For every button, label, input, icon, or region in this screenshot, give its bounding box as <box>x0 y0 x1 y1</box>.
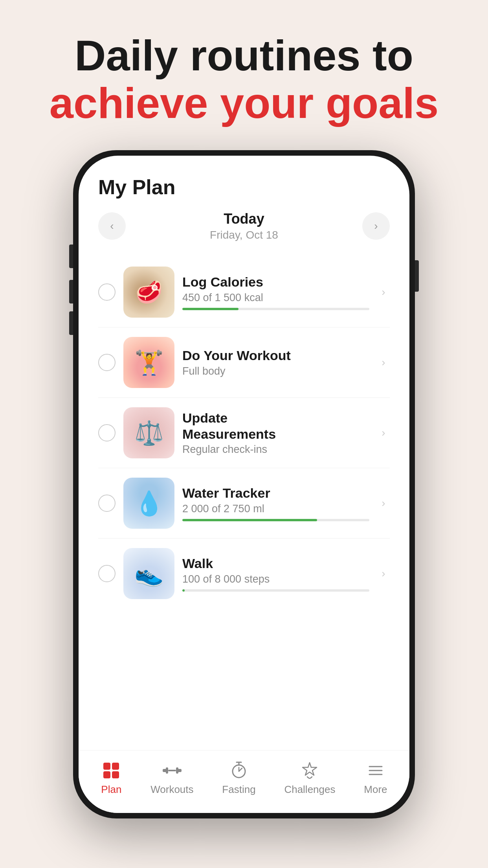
nav-label-fasting: Fasting <box>222 783 255 796</box>
task-arrow-workout: › <box>377 356 390 369</box>
nav-label-challenges: Challenges <box>284 783 335 796</box>
nav-item-workouts[interactable]: Workouts <box>150 760 193 796</box>
task-image-water: 💧 <box>123 478 174 529</box>
nav-item-challenges[interactable]: Challenges <box>284 760 335 796</box>
task-checkbox-log-calories[interactable] <box>98 283 116 301</box>
phone-inner: My Plan ‹ Today Friday, Oct 18 › <box>79 156 409 813</box>
svg-rect-0 <box>103 763 110 770</box>
date-label: Today <box>210 211 278 227</box>
phone-wrapper: My Plan ‹ Today Friday, Oct 18 › <box>73 150 415 818</box>
nav-label-more: More <box>364 783 387 796</box>
task-title-walk: Walk <box>182 555 369 572</box>
task-item-water[interactable]: 💧 Water Tracker 2 000 of 2 750 ml › <box>98 468 390 539</box>
date-display: Today Friday, Oct 18 <box>210 211 278 241</box>
svg-rect-2 <box>103 771 110 778</box>
task-progress-fill-walk <box>182 589 185 592</box>
task-image-log-calories: 🥩 <box>123 267 174 318</box>
task-subtitle-water: 2 000 of 2 750 ml <box>182 503 369 515</box>
svg-rect-8 <box>168 770 176 771</box>
nav-item-fasting[interactable]: Fasting <box>222 760 255 796</box>
task-checkbox-water[interactable] <box>98 495 116 512</box>
date-navigation: ‹ Today Friday, Oct 18 › <box>98 211 390 241</box>
task-progress-bar-water <box>182 519 369 521</box>
task-title-log-calories: Log Calories <box>182 274 369 290</box>
task-subtitle-workout: Full body <box>182 365 369 377</box>
next-date-button[interactable]: › <box>362 212 390 240</box>
task-arrow-walk: › <box>377 567 390 580</box>
task-checkbox-measurements[interactable] <box>98 424 116 441</box>
svg-rect-1 <box>112 763 119 770</box>
prev-date-button[interactable]: ‹ <box>98 212 126 240</box>
svg-rect-7 <box>176 767 178 774</box>
nav-item-more[interactable]: More <box>364 760 387 796</box>
task-item-walk[interactable]: 👟 Walk 100 of 8 000 steps › <box>98 539 390 609</box>
task-checkbox-workout[interactable] <box>98 354 116 371</box>
headline-section: Daily routines to achieve your goals <box>26 31 462 127</box>
headline-line1: Daily routines to <box>50 31 438 79</box>
task-image-workout: 🏋️ <box>123 337 174 388</box>
task-checkbox-walk[interactable] <box>98 565 116 582</box>
nav-label-workouts: Workouts <box>150 783 193 796</box>
task-title-water: Water Tracker <box>182 485 369 501</box>
task-image-measurements: ⚖️ <box>123 407 174 458</box>
task-progress-bar-walk <box>182 589 369 592</box>
task-title-workout: Do Your Workout <box>182 348 369 364</box>
challenges-icon <box>299 760 320 781</box>
scale-icon: ⚖️ <box>134 419 164 447</box>
nav-label-plan: Plan <box>101 783 121 796</box>
workouts-icon <box>161 760 183 781</box>
task-subtitle-measurements: Regular check-ins <box>182 443 369 456</box>
more-icon <box>365 760 386 781</box>
walk-icon: 👟 <box>134 560 164 588</box>
phone-outer: My Plan ‹ Today Friday, Oct 18 › <box>73 150 415 818</box>
task-progress-bar-log-calories <box>182 308 369 310</box>
headline-line2: achieve your goals <box>50 79 438 127</box>
task-arrow-log-calories: › <box>377 286 390 298</box>
task-info-water: Water Tracker 2 000 of 2 750 ml <box>182 485 369 521</box>
task-item-workout[interactable]: 🏋️ Do Your Workout Full body › <box>98 327 390 398</box>
task-title-measurements: UpdateMeasurements <box>182 410 369 442</box>
task-arrow-measurements: › <box>377 427 390 439</box>
task-info-walk: Walk 100 of 8 000 steps <box>182 555 369 592</box>
date-sub: Friday, Oct 18 <box>210 229 278 241</box>
right-arrow-icon: › <box>374 220 378 232</box>
bottom-navigation: Plan Workouts <box>79 750 409 813</box>
svg-rect-6 <box>166 767 168 774</box>
nav-item-plan[interactable]: Plan <box>101 760 122 796</box>
left-arrow-icon: ‹ <box>110 220 114 232</box>
fasting-icon <box>228 760 250 781</box>
task-info-workout: Do Your Workout Full body <box>182 348 369 377</box>
app-content: My Plan ‹ Today Friday, Oct 18 › <box>79 156 409 750</box>
task-progress-fill-log-calories <box>182 308 238 310</box>
task-image-walk: 👟 <box>123 548 174 599</box>
tasks-list: 🥩 Log Calories 450 of 1 500 kcal › <box>98 257 390 609</box>
task-progress-fill-water <box>182 519 317 521</box>
water-icon: 💧 <box>134 489 164 517</box>
task-arrow-water: › <box>377 497 390 509</box>
task-info-measurements: UpdateMeasurements Regular check-ins <box>182 410 369 456</box>
task-subtitle-log-calories: 450 of 1 500 kcal <box>182 292 369 304</box>
svg-rect-3 <box>112 771 119 778</box>
plan-icon <box>101 760 122 781</box>
workout-icon: 🏋️ <box>134 349 164 377</box>
task-info-log-calories: Log Calories 450 of 1 500 kcal <box>182 274 369 310</box>
food-icon: 🥩 <box>123 267 174 318</box>
task-subtitle-walk: 100 of 8 000 steps <box>182 573 369 585</box>
task-item-measurements[interactable]: ⚖️ UpdateMeasurements Regular check-ins … <box>98 398 390 468</box>
page-title: My Plan <box>98 175 390 199</box>
task-item-log-calories[interactable]: 🥩 Log Calories 450 of 1 500 kcal › <box>98 257 390 327</box>
